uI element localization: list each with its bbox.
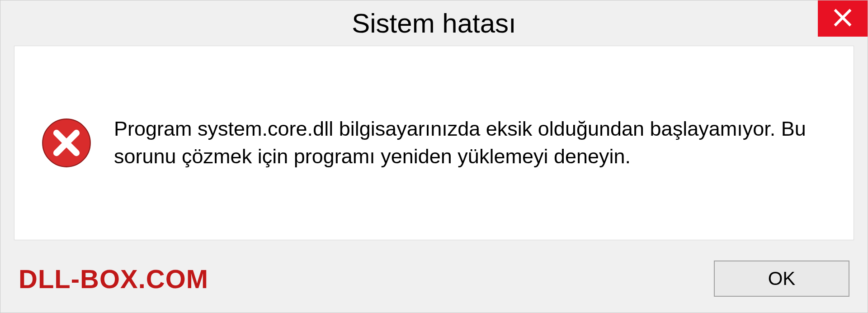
dialog-title: Sistem hatası (352, 8, 516, 39)
ok-button[interactable]: OK (714, 261, 849, 297)
error-message: Program system.core.dll bilgisayarınızda… (114, 115, 826, 171)
titlebar: Sistem hatası (0, 0, 868, 46)
close-icon (832, 7, 853, 30)
error-icon (42, 118, 91, 168)
close-button[interactable] (818, 0, 868, 37)
footer: DLL-BOX.COM OK (0, 254, 868, 313)
brand-watermark: DLL-BOX.COM (19, 264, 208, 294)
content-panel: Program system.core.dll bilgisayarınızda… (14, 46, 854, 240)
error-dialog: Sistem hatası Program system.core.dll bi… (0, 0, 868, 313)
